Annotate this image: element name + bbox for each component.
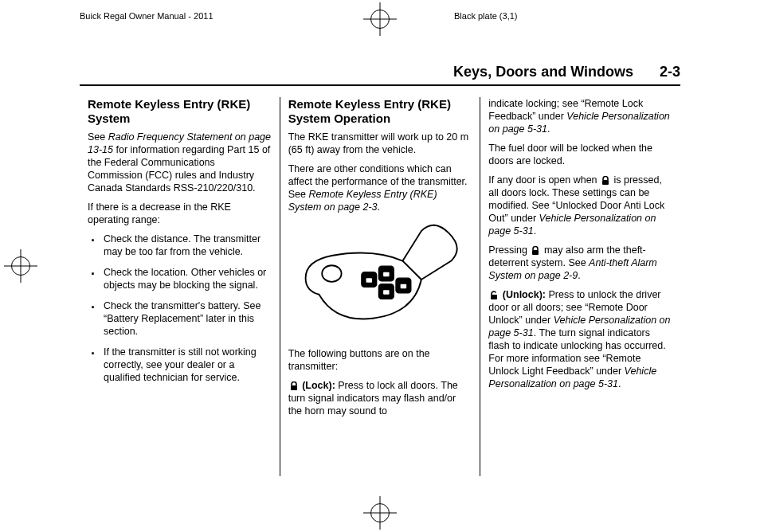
- lock-open-icon: [489, 291, 499, 300]
- text: If any door is open when: [488, 174, 600, 186]
- text: .: [618, 378, 621, 389]
- running-header: Keys, Doors and Windows 2-3: [453, 64, 680, 80]
- page-number: 2-3: [660, 64, 680, 80]
- lock-closed-icon: [289, 381, 299, 391]
- svg-rect-8: [400, 284, 406, 289]
- content-columns: Remote Keyless Entry (RKE) System See Ra…: [80, 97, 680, 476]
- text: .: [547, 123, 550, 135]
- para: indicate locking; see “Remote Lock Feedb…: [488, 97, 672, 135]
- text: .: [578, 270, 580, 281]
- para: See Radio Frequency Statement on page 13…: [88, 131, 272, 194]
- svg-rect-5: [366, 278, 372, 283]
- xref: Remote Keyless Entry (RKE) System on pag…: [288, 189, 437, 213]
- para: If there is a decrease in the RKE operat…: [88, 201, 272, 226]
- svg-point-0: [322, 265, 341, 282]
- para: If any door is open when is pressed, all…: [488, 174, 672, 237]
- text: Pressing: [488, 244, 530, 256]
- registration-mark-bottom-icon: [370, 503, 390, 522]
- para: The RKE transmitter will work up to 20 m…: [288, 131, 472, 156]
- svg-rect-10: [602, 180, 609, 185]
- text: for information regarding Part 15 of the…: [88, 144, 270, 194]
- label-lock: (Lock):: [300, 380, 335, 391]
- column-2: Remote Keyless Entry (RKE) System Operat…: [280, 97, 480, 476]
- manual-title: Buick Regal Owner Manual - 2011: [80, 11, 214, 21]
- label-unlock: (Unlock):: [499, 289, 546, 300]
- page: Buick Regal Owner Manual - 2011 Black pl…: [0, 0, 760, 532]
- svg-rect-11: [532, 250, 539, 255]
- section-title: Keys, Doors and Windows: [453, 64, 633, 80]
- text: .: [378, 201, 380, 213]
- list-item: Check the distance. The transmitter may …: [91, 233, 272, 258]
- text: .: [534, 225, 536, 237]
- para: (Lock): Press to lock all doors. The tur…: [288, 379, 472, 417]
- lock-closed-icon: [601, 176, 610, 186]
- plate-info: Black plate (3,1): [454, 11, 517, 21]
- para: The following buttons are on the transmi…: [288, 347, 472, 373]
- lock-closed-icon: [531, 246, 540, 256]
- svg-rect-7: [383, 290, 390, 295]
- bullet-list: Check the distance. The transmitter may …: [88, 233, 272, 384]
- column-3: indicate locking; see “Remote Lock Feedb…: [480, 97, 680, 476]
- para: (Unlock): Press to unlock the driver doo…: [488, 288, 672, 390]
- heading-rke-operation: Remote Keyless Entry (RKE) System Operat…: [288, 97, 472, 126]
- registration-mark-left-icon: [11, 256, 30, 276]
- key-fob-figure: [288, 220, 472, 339]
- svg-rect-12: [491, 295, 497, 299]
- column-1: Remote Keyless Entry (RKE) System See Ra…: [80, 97, 280, 476]
- para: Pressing may also arm the theft-deterren…: [488, 244, 672, 282]
- text: See: [88, 131, 108, 143]
- list-item: If the transmitter is still not working …: [91, 346, 272, 384]
- para: The fuel door will be locked when the do…: [488, 142, 672, 167]
- registration-mark-top-icon: [370, 10, 390, 29]
- svg-rect-6: [383, 272, 390, 277]
- heading-rke-system: Remote Keyless Entry (RKE) System: [88, 97, 272, 126]
- list-item: Check the location. Other vehicles or ob…: [91, 266, 272, 291]
- svg-rect-9: [291, 385, 297, 390]
- list-item: Check the transmitter's battery. See “Ba…: [91, 299, 272, 338]
- header-rule: [80, 84, 680, 86]
- para: There are other conditions which can aff…: [288, 162, 472, 213]
